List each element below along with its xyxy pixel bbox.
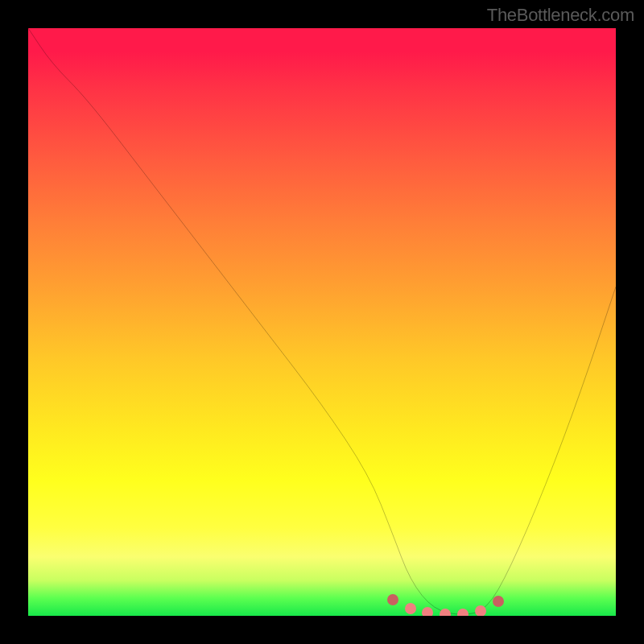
optimal-marker bbox=[387, 594, 398, 605]
optimal-marker bbox=[457, 609, 469, 616]
optimal-marker bbox=[422, 607, 433, 616]
optimal-marker bbox=[493, 596, 504, 607]
bottleneck-curve bbox=[28, 28, 616, 616]
optimal-marker bbox=[475, 605, 486, 616]
optimal-marker bbox=[405, 603, 416, 614]
chart-container: TheBottleneck.com bbox=[0, 0, 644, 644]
optimal-marker bbox=[440, 609, 451, 616]
plot-area bbox=[28, 28, 616, 616]
watermark-text: TheBottleneck.com bbox=[487, 5, 634, 26]
